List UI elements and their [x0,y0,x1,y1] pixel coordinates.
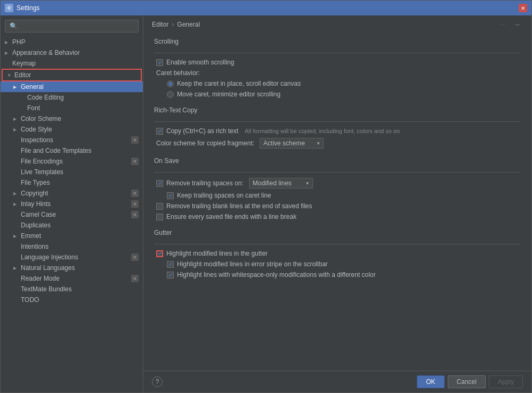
scrolling-section: Scrolling Enable smooth scrolling Caret … [154,38,521,98]
cancel-button[interactable]: Cancel [448,375,486,388]
highlight-modified-label: Highlight modified lines in the gutter [166,250,268,257]
apply-button[interactable]: Apply [489,375,523,388]
keep-caret-radio[interactable] [167,80,174,87]
emmet-arrow: ▶ [13,234,19,239]
sidebar-item-general[interactable]: ▶ General [1,81,143,92]
gutter-title: Gutter [154,229,521,239]
remove-trailing-checkbox[interactable] [156,180,163,187]
tree: ▶ PHP ▶ Appearance & Behavior Keymap ▼ [1,37,143,392]
lang-badge: ≡ [131,253,139,261]
sidebar-item-color-scheme[interactable]: ▶ Color Scheme [1,113,143,124]
sidebar-item-code-editing[interactable]: Code Editing [1,92,143,103]
ensure-newline-checkbox[interactable] [156,214,163,220]
sidebar-item-intentions[interactable]: Intentions [1,241,143,252]
sidebar-item-lang-injections[interactable]: Language Injections ≡ [1,252,143,263]
color-scheme-row: Color scheme for copied fragment: Active… [154,138,521,149]
title-bar: ⚙ Settings ✕ [1,1,531,15]
sidebar-item-copyright[interactable]: ▶ Copyright ≡ [1,188,143,199]
rich-text-section: Rich-Text Copy Copy (Ctrl+C) as rich tex… [154,107,521,149]
color-scheme-arrow: ▶ [13,117,19,121]
sidebar-item-label: Duplicates [21,222,51,229]
ensure-newline-row: Ensure every saved file ends with a line… [154,213,521,220]
smooth-scroll-checkbox[interactable] [156,59,163,66]
color-scheme-label: Color scheme for copied fragment: [156,140,254,147]
sidebar-item-emmet[interactable]: ▶ Emmet [1,231,143,241]
sidebar-item-appearance[interactable]: ▶ Appearance & Behavior [1,47,143,58]
sidebar-item-live-templates[interactable]: Live Templates [1,167,143,177]
scrolling-title: Scrolling [154,38,521,47]
window-title: Settings [17,4,515,12]
sidebar-item-label: File and Code Templates [21,147,92,154]
sidebar-item-label: Code Editing [27,94,64,101]
sidebar-item-code-style[interactable]: ▶ Code Style [1,124,143,135]
keep-caret-label: Keep the caret in place, scroll editor c… [177,80,301,87]
nav-back-button[interactable]: ← [497,20,509,29]
sidebar-item-font[interactable]: Font [1,103,143,113]
sidebar-item-label: Emmet [21,232,41,240]
keep-caret-row: Keep the caret in place, scroll editor c… [154,80,521,87]
nav-forward-button[interactable]: → [511,20,523,29]
sidebar-item-label: Appearance & Behavior [12,49,80,56]
sidebar-item-duplicates[interactable]: Duplicates [1,220,143,231]
breadcrumb-part2: General [177,21,200,28]
copyright-arrow: ▶ [13,191,19,196]
sidebar-item-label: Code Style [21,126,52,133]
search-input[interactable] [5,20,139,32]
search-box [1,15,143,37]
keep-trailing-row: Keep trailing spaces on caret line [154,192,521,199]
sidebar-item-editor[interactable]: ▼ Editor [3,70,141,80]
copy-rich-hint: All formatting will be copied, including… [245,128,400,134]
sidebar-item-todo[interactable]: TODO [1,294,143,305]
sidebar-item-file-encodings[interactable]: File Encodings ≡ [1,156,143,167]
on-save-section: On Save Remove trailing spaces on: Modif… [154,157,521,220]
rich-text-title: Rich-Text Copy [154,107,521,116]
inspections-badge: ≡ [131,136,139,144]
nav-arrows: ← → [497,20,523,29]
remove-trailing-row: Remove trailing spaces on: Modified line… [154,178,521,189]
sidebar-item-keymap[interactable]: Keymap [1,58,143,69]
reader-badge: ≡ [131,275,139,282]
sidebar-item-php[interactable]: ▶ PHP [1,37,143,47]
code-style-arrow: ▶ [13,127,19,132]
move-caret-radio[interactable] [167,91,174,98]
sidebar-item-label: Editor [14,71,31,79]
highlight-modified-checkbox[interactable] [156,250,163,257]
sidebar-item-textmate[interactable]: TextMate Bundles [1,284,143,294]
close-button[interactable]: ✕ [519,4,527,12]
sidebar-item-label: Font [27,104,40,112]
highlight-whitespace-checkbox[interactable] [167,272,174,279]
php-arrow: ▶ [5,40,10,45]
highlight-error-checkbox[interactable] [167,261,174,268]
keep-trailing-checkbox[interactable] [167,192,174,199]
highlight-error-label: Highlight modified lines in error stripe… [177,260,328,268]
color-scheme-dropdown[interactable]: Active scheme [260,138,324,149]
settings-window: ⚙ Settings ✕ ▶ PHP ▶ Appearance & Behavi… [0,0,532,393]
sidebar-item-inspections[interactable]: Inspections ≡ [1,135,143,145]
file-encodings-badge: ≡ [131,158,139,165]
copy-rich-checkbox[interactable] [156,128,163,135]
sidebar-item-inlay-hints[interactable]: ▶ Inlay Hints ≡ [1,199,143,209]
remove-blank-checkbox[interactable] [156,203,163,210]
remove-trailing-dropdown[interactable]: Modified lines [249,178,313,189]
sidebar-item-file-templates[interactable]: File and Code Templates [1,145,143,156]
sidebar-item-natural-languages[interactable]: ▶ Natural Languages [1,263,143,273]
sidebar-item-label: Inlay Hints [21,200,51,208]
help-button[interactable]: ? [152,376,163,387]
sidebar-item-label: Color Scheme [21,115,61,122]
sidebar-item-label: Reader Mode [21,275,60,282]
sidebar: ▶ PHP ▶ Appearance & Behavior Keymap ▼ [1,15,143,392]
sidebar-item-camel-case[interactable]: Camel Case ≡ [1,209,143,220]
highlight-modified-row: Highlight modified lines in the gutter [154,250,521,257]
sidebar-item-label: Natural Languages [21,264,75,272]
sidebar-item-reader-mode[interactable]: Reader Mode ≡ [1,273,143,284]
main-content: ▶ PHP ▶ Appearance & Behavior Keymap ▼ [1,15,531,392]
copyright-badge: ≡ [131,190,139,197]
sidebar-item-label: TODO [21,296,39,304]
natural-arrow: ▶ [13,266,19,271]
color-scheme-value: Active scheme [263,140,305,147]
sidebar-item-label: File Encodings [21,158,63,165]
remove-blank-row: Remove trailing blank lines at the end o… [154,202,521,210]
copy-rich-label: Copy (Ctrl+C) as rich text [166,127,238,135]
ok-button[interactable]: OK [417,375,444,388]
sidebar-item-file-types[interactable]: File Types [1,177,143,188]
